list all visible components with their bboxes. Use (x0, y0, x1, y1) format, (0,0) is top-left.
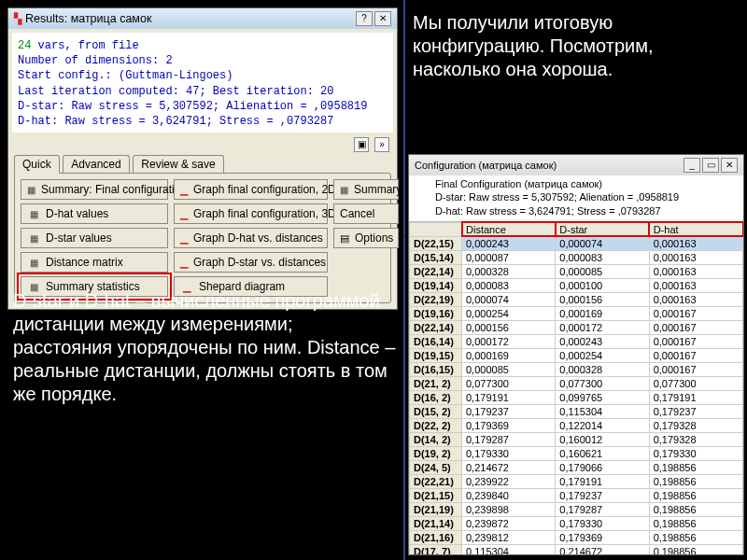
table-row[interactable]: D(16,15)0,0000850,0003280,000167 (410, 362, 743, 376)
cell-dhat: 0,000167 (649, 362, 742, 376)
app-icon: ▚ (14, 13, 21, 25)
table-row[interactable]: D(21,15)0,2398400,1792370,198856 (410, 488, 743, 502)
max-button[interactable]: ▭ (702, 158, 719, 173)
col-dhat[interactable]: D-hat (649, 222, 742, 236)
table-row[interactable]: D(19,16)0,0002540,0001690,000167 (410, 306, 743, 320)
row-label: D(17, 7) (410, 544, 462, 555)
options-button[interactable]: ▤Options ▾ (333, 228, 399, 248)
button-panel: ▦Summary: Final configuration ▦D-hat val… (14, 173, 391, 303)
min-button[interactable]: _ (684, 158, 700, 173)
table-row[interactable]: D(14, 2)0,1792870,1600120,179328 (410, 432, 743, 446)
cell-distance: 0,179237 (462, 404, 556, 418)
grid-icon: ▦ (340, 185, 348, 195)
table-row[interactable]: D(22,14)0,0003280,0000850,000163 (410, 264, 743, 278)
dstar-values-button[interactable]: ▦D-star values (21, 228, 168, 248)
log-l6: D-hat: Raw stress = 3,624791; Stress = ,… (18, 115, 333, 128)
row-label: D(16, 2) (410, 390, 462, 404)
row-label: D(21, 2) (410, 376, 462, 390)
cell-distance: 0,179191 (462, 390, 556, 404)
cell-dstar: 0,099765 (556, 390, 649, 404)
cell-dhat: 0,000163 (649, 264, 742, 278)
table-row[interactable]: D(22,19)0,0000740,0001560,000163 (410, 292, 743, 306)
row-label: D(21,14) (410, 516, 462, 530)
summary-final-button[interactable]: ▦Summary: Final configuration (21, 179, 168, 200)
table-row[interactable]: D(15, 2)0,1792370,1153040,179237 (410, 404, 743, 418)
row-label: D(22,14) (410, 264, 462, 278)
table-row[interactable]: D(16,14)0,0001720,0002430,000167 (410, 334, 743, 348)
distance-matrix-button[interactable]: ▦Distance matrix (21, 252, 168, 273)
cell-dstar: 0,160012 (556, 432, 649, 446)
cancel-button[interactable]: Cancel (333, 203, 399, 224)
results-log: 24 vars, from file Number of dimensions:… (12, 33, 393, 133)
cell-distance: 0,239840 (462, 488, 556, 502)
col-dstar[interactable]: D-star (556, 222, 649, 236)
cell-dstar: 0,179191 (556, 474, 649, 488)
table-row[interactable]: D(19,15)0,0001690,0002540,000167 (410, 348, 743, 362)
cell-dstar: 0,179066 (556, 460, 649, 474)
dhat-values-button[interactable]: ▦D-hat values (21, 203, 168, 224)
table-row[interactable]: D(22,14)0,0001560,0001720,000167 (410, 320, 743, 334)
cell-distance: 0,000169 (462, 348, 556, 362)
graph-2d-button[interactable]: ▁Graph final configuration, 2D (174, 179, 328, 200)
row-label: D(16,15) (410, 362, 462, 376)
table-row[interactable]: D(22,15)0,0002430,0000740,000163 (410, 236, 743, 250)
page-icon: ▤ (340, 232, 349, 245)
close-button[interactable]: ✕ (374, 11, 391, 26)
cell-dhat: 0,198856 (649, 488, 742, 502)
table-row[interactable]: D(19,14)0,0000830,0001000,000163 (410, 278, 743, 292)
cell-dstar: 0,179369 (556, 530, 649, 544)
cell-dhat: 0,000163 (649, 292, 742, 306)
cell-distance: 0,239812 (462, 530, 556, 544)
log-l1: vars, from file (31, 39, 138, 52)
tab-advanced[interactable]: Advanced (63, 155, 129, 173)
table-row[interactable]: D(22,21)0,2399220,1791910,198856 (410, 474, 743, 488)
chart-icon: ▁ (180, 257, 188, 269)
table-row[interactable]: D(19, 2)0,1793300,1606210,179330 (410, 446, 743, 460)
row-label: D(19,15) (410, 348, 462, 362)
tab-quick[interactable]: Quick (14, 155, 60, 174)
cell-distance: 0,239922 (462, 474, 556, 488)
row-label: D(19,16) (410, 306, 462, 320)
table-row[interactable]: D(24, 5)0,2146720,1790660,198856 (410, 460, 743, 474)
cell-dhat: 0,000167 (649, 348, 742, 362)
graph-dhat-button[interactable]: ▁Graph D-hat vs. distances (174, 228, 328, 248)
log-l2: Number of dimensions: 2 (18, 54, 173, 67)
col-distance[interactable]: Distance (462, 222, 556, 236)
cell-distance: 0,000074 (462, 292, 556, 306)
close-button[interactable]: ✕ (721, 158, 738, 173)
graph-dstar-button[interactable]: ▁Graph D-star vs. distances (174, 252, 328, 273)
cell-dhat: 0,198856 (649, 530, 742, 544)
row-label: D(16,14) (410, 334, 462, 348)
table-row[interactable]: D(16, 2)0,1791910,0997650,179191 (410, 390, 743, 404)
table-row[interactable]: D(22, 2)0,1793690,1220140,179328 (410, 418, 743, 432)
cell-dhat: 0,198856 (649, 502, 742, 516)
tab-review[interactable]: Review & save (133, 155, 223, 173)
cell-distance: 0,000156 (462, 320, 556, 334)
cell-dstar: 0,000083 (556, 250, 649, 264)
divider (403, 0, 405, 560)
table-row[interactable]: D(15,14)0,0000870,0000830,000163 (410, 250, 743, 264)
cell-dhat: 0,198856 (649, 544, 742, 555)
summary-button[interactable]: ▦Summary (333, 179, 399, 200)
table-row[interactable]: D(21,19)0,2398980,1792870,198856 (410, 502, 743, 516)
help-button[interactable]: ? (356, 11, 373, 26)
chevron-icon[interactable]: » (374, 137, 389, 152)
cell-dstar: 0,000074 (556, 236, 649, 250)
grid-icon: ▦ (27, 233, 40, 244)
table-row[interactable]: D(17, 7)0,1153040,2146720,198856 (410, 544, 743, 555)
table-row[interactable]: D(21,14)0,2398720,1793300,198856 (410, 516, 743, 530)
cell-dstar: 0,000156 (556, 292, 649, 306)
cell-distance: 0,179330 (462, 446, 556, 460)
log-l4: Last iteration computed: 47; Best iterat… (18, 85, 333, 98)
config-head: Final Configuration (матрица самок) D-st… (409, 175, 743, 222)
table-row[interactable]: D(21, 2)0,0773000,0773000,077300 (410, 376, 743, 390)
expand-icon[interactable]: ▣ (354, 137, 369, 152)
cell-distance: 0,000254 (462, 306, 556, 320)
table-row[interactable]: D(21,16)0,2398120,1793690,198856 (410, 530, 743, 544)
graph-3d-button[interactable]: ▁Graph final configuration, 3D (174, 203, 328, 224)
cell-dhat: 0,198856 (649, 474, 742, 488)
chart-icon: ▁ (180, 232, 188, 245)
cell-dstar: 0,179330 (556, 516, 649, 530)
results-title: Results: матрица самок (25, 12, 354, 25)
row-label: D(21,16) (410, 530, 462, 544)
